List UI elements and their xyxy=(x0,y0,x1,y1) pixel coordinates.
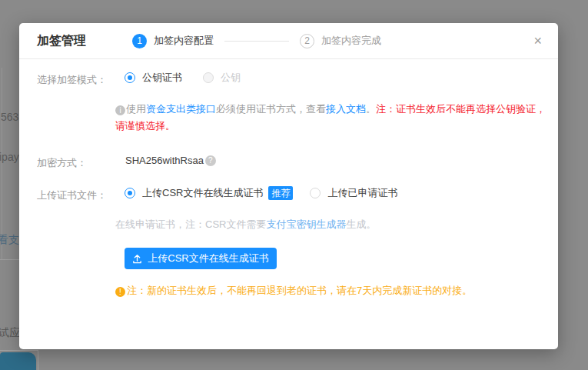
warning-icon: ! xyxy=(115,287,125,297)
radio-upload-existing-label: 上传已申请证书 xyxy=(327,186,397,200)
note-text-pre: 使用 xyxy=(126,103,146,115)
csr-note-post: 生成。 xyxy=(346,218,376,230)
key-generator-link[interactable]: 支付宝密钥生成器 xyxy=(266,218,346,230)
upload-csr-button[interactable]: 上传CSR文件在线生成证书 xyxy=(125,248,277,269)
step-2-circle: 2 xyxy=(300,34,314,48)
sign-mode-options: 公钥证书 公钥 xyxy=(125,71,241,85)
cert-switch-warning: !注：新的证书生效后，不能再回退到老的证书，请在7天内完成新证书的对接。 xyxy=(115,284,472,298)
bg-teal-button xyxy=(0,352,36,370)
note-text-mid: 必须使用证书方式，查看 xyxy=(216,103,326,115)
upload-icon xyxy=(132,254,142,264)
upload-cert-options: 上传CSR文件在线生成证书 推荐 上传已申请证书 xyxy=(125,186,397,200)
bg-text-test-app: 试应 xyxy=(0,326,20,340)
radio-public-key-cert[interactable]: 公钥证书 xyxy=(125,71,182,85)
step-1-circle: 1 xyxy=(132,34,147,48)
bg-row-divider xyxy=(0,259,19,260)
radio-selected-icon xyxy=(125,72,135,83)
steps-indicator: 1 加签内容配置 2 加签内容完成 xyxy=(132,34,381,48)
sign-mode-label: 选择加签模式： xyxy=(37,73,107,87)
note-text-period: 。 xyxy=(366,103,376,115)
integration-doc-link[interactable]: 接入文档 xyxy=(326,103,366,115)
cert-switch-warning-text: 注：新的证书生效后，不能再回退到老的证书，请在7天内完成新证书的对接。 xyxy=(127,285,472,296)
csr-generator-note: 在线申请证书，注：CSR文件需要支付宝密钥生成器生成。 xyxy=(115,218,376,232)
screen: 563 ipay 看支 试应 加签管理 1 加签内容配置 2 加签内容完成 × … xyxy=(0,0,588,370)
bg-text-ipay: ipay xyxy=(0,151,19,163)
radio-unselected-icon xyxy=(310,188,321,198)
close-icon[interactable]: × xyxy=(533,34,542,48)
encrypt-method-value: SHA256withRsaa ? xyxy=(125,155,216,166)
bg-link-fragment: 看支 xyxy=(0,233,19,247)
help-icon[interactable]: ? xyxy=(205,155,216,166)
info-icon: i xyxy=(115,105,125,115)
signature-management-modal: 加签管理 1 加签内容配置 2 加签内容完成 × 选择加签模式： 公钥证书 公钥… xyxy=(19,23,558,349)
cert-mode-note: i使用资金支出类接口必须使用证书方式，查看接入文档。注：证书生效后不能再选择公钥… xyxy=(115,101,555,135)
radio-public-key[interactable]: 公钥 xyxy=(203,71,241,85)
upload-csr-button-label: 上传CSR文件在线生成证书 xyxy=(148,252,268,265)
modal-title: 加签管理 xyxy=(37,33,86,49)
upload-cert-label: 上传证书文件： xyxy=(37,188,107,202)
radio-public-key-label: 公钥 xyxy=(221,71,241,85)
step-connector xyxy=(224,41,289,42)
step-1-label: 加签内容配置 xyxy=(154,34,214,48)
modal-header: 加签管理 1 加签内容配置 2 加签内容完成 × xyxy=(19,23,558,59)
encrypt-method-label: 加密方式： xyxy=(37,156,87,170)
radio-upload-csr-label: 上传CSR文件在线生成证书 xyxy=(142,186,263,200)
bg-table-border xyxy=(2,68,2,259)
encrypt-algorithm: SHA256withRsaa xyxy=(125,155,204,166)
csr-note-pre: 在线申请证书，注：CSR文件需要 xyxy=(115,218,266,230)
radio-public-key-cert-label: 公钥证书 xyxy=(142,71,182,85)
radio-selected-icon xyxy=(125,188,135,198)
recommended-badge: 推荐 xyxy=(268,186,293,200)
radio-upload-csr[interactable]: 上传CSR文件在线生成证书 xyxy=(125,186,263,200)
funds-api-link[interactable]: 资金支出类接口 xyxy=(146,103,216,115)
radio-disabled-icon xyxy=(203,72,214,83)
bg-text-563: 563 xyxy=(1,111,18,123)
step-2-label: 加签内容完成 xyxy=(321,34,381,48)
radio-upload-existing[interactable]: 上传已申请证书 xyxy=(310,186,397,200)
